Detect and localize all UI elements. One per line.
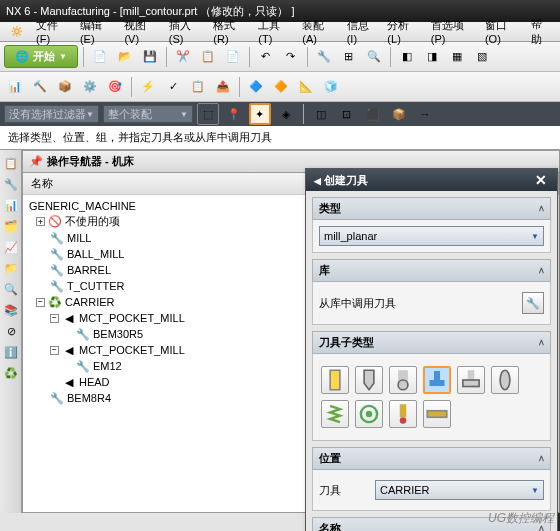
svg-point-2 (398, 380, 408, 390)
tool-create-icon[interactable]: 🔨 (29, 76, 51, 98)
save-icon[interactable]: 💾 (139, 46, 161, 68)
selection-filter-combo[interactable]: 没有选择过滤器▼ (4, 105, 99, 123)
nav-tab-3[interactable]: 📊 (2, 196, 20, 214)
menu-assembly[interactable]: 装配(A) (296, 16, 340, 47)
svg-point-11 (400, 417, 407, 424)
svg-rect-0 (330, 370, 340, 390)
tool-ex-4[interactable]: 🧊 (320, 76, 342, 98)
filter-btn-6[interactable]: ⬛ (362, 103, 384, 125)
nav-tab-11[interactable]: ♻️ (2, 364, 20, 382)
svg-rect-12 (427, 411, 447, 418)
subtype-probe[interactable] (389, 400, 417, 428)
svg-point-9 (366, 411, 373, 418)
tool-icon-1[interactable]: 🔧 (313, 46, 335, 68)
menu-analysis[interactable]: 分析(L) (381, 16, 424, 47)
menu-insert[interactable]: 插入(S) (163, 16, 207, 47)
paste-icon[interactable]: 📄 (222, 46, 244, 68)
section-type[interactable]: 类型ᐱ (312, 197, 551, 220)
subtype-barrel[interactable] (491, 366, 519, 394)
tool-icon-6[interactable]: ▦ (446, 46, 468, 68)
nav-tab-5[interactable]: 📈 (2, 238, 20, 256)
menu-info[interactable]: 信息(I) (341, 16, 382, 47)
subtype-grid (319, 360, 544, 434)
cut-icon[interactable]: ✂️ (172, 46, 194, 68)
filter-btn-5[interactable]: ⊡ (336, 103, 358, 125)
menu-window[interactable]: 窗口(O) (479, 16, 525, 47)
lib-browse-button[interactable]: 🔧 (522, 292, 544, 314)
dialog-title: 创建刀具 (324, 174, 368, 186)
menu-preferences[interactable]: 首选项(P) (425, 16, 479, 47)
filter-btn-4[interactable]: ◫ (310, 103, 332, 125)
svg-rect-5 (468, 370, 475, 380)
section-library[interactable]: 库ᐱ (312, 259, 551, 282)
menu-help[interactable]: 帮助 (525, 15, 556, 49)
filter-btn-8[interactable]: → (414, 103, 436, 125)
tool-icon-2[interactable]: ⊞ (338, 46, 360, 68)
tool-ex-3[interactable]: 📐 (295, 76, 317, 98)
nav-tab-1[interactable]: 📋 (2, 154, 20, 172)
open-icon[interactable]: 📂 (114, 46, 136, 68)
tool-parent-combo[interactable]: CARRIER▼ (375, 480, 544, 500)
gen-icon[interactable]: ⚡ (137, 76, 159, 98)
section-subtype[interactable]: 刀具子类型ᐱ (312, 331, 551, 354)
menu-format[interactable]: 格式(R) (207, 16, 252, 47)
nav-tab-8[interactable]: 📚 (2, 301, 20, 319)
op-icon[interactable]: 🎯 (104, 76, 126, 98)
svg-rect-6 (463, 380, 479, 387)
post-icon[interactable]: 📤 (212, 76, 234, 98)
svg-rect-4 (434, 371, 440, 380)
list-icon[interactable]: 📋 (187, 76, 209, 98)
menu-view[interactable]: 视图(V) (118, 16, 162, 47)
toolbar-2: 📊 🔨 📦 ⚙️ 🎯 ⚡ ✓ 📋 📤 🔷 🔶 📐 🧊 (0, 72, 560, 102)
subtype-thread[interactable] (321, 400, 349, 428)
tool-icon-3[interactable]: 🔍 (363, 46, 385, 68)
resource-bar: 📋 🔧 📊 🗂️ 📈 📁 🔍 📚 ⊘ ℹ️ ♻️ (0, 150, 22, 513)
lib-label: 从库中调用刀具 (319, 296, 396, 311)
nav-tab-10[interactable]: ℹ️ (2, 343, 20, 361)
tool-icon-4[interactable]: ◧ (396, 46, 418, 68)
watermark: UG数控编程 (488, 510, 554, 527)
filter-btn-active[interactable]: ✦ (249, 103, 271, 125)
nav-tab-6[interactable]: 📁 (2, 259, 20, 277)
subtype-chamfer[interactable] (355, 366, 383, 394)
svg-rect-10 (400, 404, 407, 417)
menu-file[interactable]: 文件(F) (30, 16, 74, 47)
filter-bar: 没有选择过滤器▼ 整个装配▼ ⬚ 📍 ✦ ◈ ◫ ⊡ ⬛ 📦 → (0, 102, 560, 126)
menu-tools[interactable]: 工具(T) (252, 16, 296, 47)
undo-icon[interactable]: ↶ (255, 46, 277, 68)
nav-tab-9[interactable]: ⊘ (2, 322, 20, 340)
tool-ex-2[interactable]: 🔶 (270, 76, 292, 98)
redo-icon[interactable]: ↷ (280, 46, 302, 68)
filter-btn-3[interactable]: ◈ (275, 103, 297, 125)
svg-point-7 (500, 370, 510, 390)
filter-btn-2[interactable]: 📍 (223, 103, 245, 125)
prog-icon[interactable]: 📊 (4, 76, 26, 98)
nav-tab-2[interactable]: 🔧 (2, 175, 20, 193)
nav-tab-7[interactable]: 🔍 (2, 280, 20, 298)
scope-filter-combo[interactable]: 整个装配▼ (103, 105, 193, 123)
new-icon[interactable]: 📄 (89, 46, 111, 68)
section-position[interactable]: 位置ᐱ (312, 447, 551, 470)
hint-bar: 选择类型、位置、组，并指定刀具名或从库中调用刀具 (0, 126, 560, 150)
tool-icon-7[interactable]: ▧ (471, 46, 493, 68)
tool-icon-5[interactable]: ◨ (421, 46, 443, 68)
start-button[interactable]: 🌐 开始 ▼ (4, 45, 78, 68)
subtype-mill[interactable] (321, 366, 349, 394)
filter-btn-7[interactable]: 📦 (388, 103, 410, 125)
subtype-ball[interactable] (389, 366, 417, 394)
tool-ex-1[interactable]: 🔷 (245, 76, 267, 98)
subtype-form[interactable] (355, 400, 383, 428)
close-icon[interactable]: ✕ (533, 172, 549, 188)
type-combo[interactable]: mill_planar▼ (319, 226, 544, 246)
method-icon[interactable]: ⚙️ (79, 76, 101, 98)
filter-btn-1[interactable]: ⬚ (197, 103, 219, 125)
geom-icon[interactable]: 📦 (54, 76, 76, 98)
nav-tab-4[interactable]: 🗂️ (2, 217, 20, 235)
subtype-face[interactable] (423, 366, 451, 394)
copy-icon[interactable]: 📋 (197, 46, 219, 68)
dialog-title-bar[interactable]: ◀ 创建刀具 ✕ (306, 169, 557, 191)
subtype-carrier[interactable] (423, 400, 451, 428)
subtype-tslot[interactable] (457, 366, 485, 394)
menu-edit[interactable]: 编辑(E) (74, 16, 118, 47)
verify-icon[interactable]: ✓ (162, 76, 184, 98)
